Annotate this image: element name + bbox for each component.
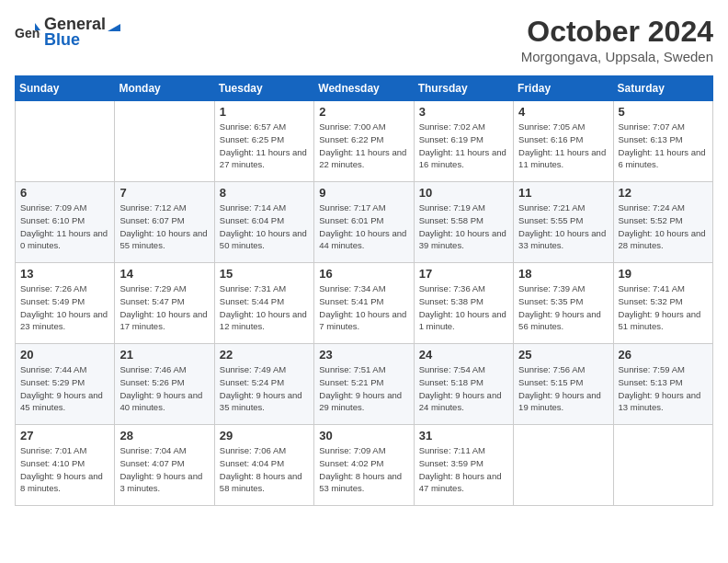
day-number: 23	[319, 348, 408, 362]
day-info: Sunrise: 7:17 AMSunset: 6:01 PMDaylight:…	[319, 201, 408, 252]
week-row-4: 20Sunrise: 7:44 AMSunset: 5:29 PMDayligh…	[16, 344, 713, 425]
day-info: Sunrise: 6:57 AMSunset: 6:25 PMDaylight:…	[220, 121, 309, 171]
day-info: Sunrise: 7:24 AMSunset: 5:52 PMDaylight:…	[619, 201, 708, 252]
day-info: Sunrise: 7:09 AMSunset: 4:02 PMDaylight:…	[319, 444, 408, 495]
day-number: 12	[619, 186, 708, 200]
calendar-cell	[16, 101, 115, 182]
day-number: 18	[518, 267, 608, 281]
calendar-cell: 14Sunrise: 7:29 AMSunset: 5:47 PMDayligh…	[115, 263, 214, 344]
calendar-cell: 8Sunrise: 7:14 AMSunset: 6:04 PMDaylight…	[214, 182, 313, 263]
calendar-cell: 31Sunrise: 7:11 AMSunset: 3:59 PMDayligh…	[414, 425, 513, 506]
day-info: Sunrise: 7:12 AMSunset: 6:07 PMDaylight:…	[119, 201, 209, 252]
calendar-cell: 9Sunrise: 7:17 AMSunset: 6:01 PMDaylight…	[314, 182, 414, 263]
days-header-row: SundayMondayTuesdayWednesdayThursdayFrid…	[16, 76, 713, 101]
day-info: Sunrise: 7:09 AMSunset: 6:10 PMDaylight:…	[20, 201, 109, 252]
day-info: Sunrise: 7:19 AMSunset: 5:58 PMDaylight:…	[419, 201, 508, 252]
day-info: Sunrise: 7:39 AMSunset: 5:35 PMDaylight:…	[518, 282, 608, 333]
day-info: Sunrise: 7:59 AMSunset: 5:13 PMDaylight:…	[619, 363, 708, 414]
calendar-cell: 2Sunrise: 7:00 AMSunset: 6:22 PMDaylight…	[314, 101, 414, 182]
day-info: Sunrise: 7:26 AMSunset: 5:49 PMDaylight:…	[20, 282, 109, 333]
day-number: 5	[619, 105, 708, 119]
calendar-cell: 1Sunrise: 6:57 AMSunset: 6:25 PMDaylight…	[214, 101, 313, 182]
calendar-cell: 21Sunrise: 7:46 AMSunset: 5:26 PMDayligh…	[115, 344, 214, 425]
day-info: Sunrise: 7:49 AMSunset: 5:24 PMDaylight:…	[220, 363, 309, 414]
day-info: Sunrise: 7:02 AMSunset: 6:19 PMDaylight:…	[419, 121, 508, 171]
day-info: Sunrise: 7:54 AMSunset: 5:18 PMDaylight:…	[419, 363, 508, 414]
day-info: Sunrise: 7:00 AMSunset: 6:22 PMDaylight:…	[319, 121, 408, 171]
calendar-cell: 10Sunrise: 7:19 AMSunset: 5:58 PMDayligh…	[414, 182, 513, 263]
calendar-cell: 25Sunrise: 7:56 AMSunset: 5:15 PMDayligh…	[514, 344, 613, 425]
calendar-cell: 5Sunrise: 7:07 AMSunset: 6:13 PMDaylight…	[613, 101, 712, 182]
day-info: Sunrise: 7:04 AMSunset: 4:07 PMDaylight:…	[119, 444, 209, 495]
calendar-cell: 12Sunrise: 7:24 AMSunset: 5:52 PMDayligh…	[613, 182, 712, 263]
calendar-cell: 29Sunrise: 7:06 AMSunset: 4:04 PMDayligh…	[214, 425, 313, 506]
calendar-cell: 4Sunrise: 7:05 AMSunset: 6:16 PMDaylight…	[514, 101, 613, 182]
week-row-3: 13Sunrise: 7:26 AMSunset: 5:49 PMDayligh…	[16, 263, 713, 344]
month-title: October 2024	[521, 15, 713, 49]
day-info: Sunrise: 7:06 AMSunset: 4:04 PMDaylight:…	[220, 444, 309, 495]
day-header-thursday: Thursday	[414, 76, 513, 101]
day-number: 25	[518, 348, 608, 362]
day-number: 14	[119, 267, 209, 281]
day-info: Sunrise: 7:14 AMSunset: 6:04 PMDaylight:…	[220, 201, 309, 252]
calendar-cell	[514, 425, 613, 506]
day-number: 19	[619, 267, 708, 281]
day-header-wednesday: Wednesday	[314, 76, 414, 101]
day-info: Sunrise: 7:41 AMSunset: 5:32 PMDaylight:…	[619, 282, 708, 333]
day-number: 22	[220, 348, 309, 362]
calendar-cell: 19Sunrise: 7:41 AMSunset: 5:32 PMDayligh…	[613, 263, 712, 344]
calendar-cell	[613, 425, 712, 506]
calendar-cell: 16Sunrise: 7:34 AMSunset: 5:41 PMDayligh…	[314, 263, 414, 344]
day-number: 26	[619, 348, 708, 362]
day-info: Sunrise: 7:29 AMSunset: 5:47 PMDaylight:…	[119, 282, 209, 333]
day-header-tuesday: Tuesday	[214, 76, 313, 101]
day-number: 1	[220, 105, 309, 119]
day-info: Sunrise: 7:05 AMSunset: 6:16 PMDaylight:…	[518, 121, 608, 171]
day-number: 24	[419, 348, 508, 362]
day-number: 21	[119, 348, 209, 362]
calendar-cell: 7Sunrise: 7:12 AMSunset: 6:07 PMDaylight…	[115, 182, 214, 263]
logo-icon: General	[15, 19, 40, 45]
calendar-cell: 18Sunrise: 7:39 AMSunset: 5:35 PMDayligh…	[514, 263, 613, 344]
logo-triangle	[106, 17, 122, 33]
day-number: 15	[220, 267, 309, 281]
day-number: 2	[319, 105, 408, 119]
calendar-cell: 17Sunrise: 7:36 AMSunset: 5:38 PMDayligh…	[414, 263, 513, 344]
week-row-1: 1Sunrise: 6:57 AMSunset: 6:25 PMDaylight…	[16, 101, 713, 182]
day-number: 11	[518, 186, 608, 200]
day-header-friday: Friday	[514, 76, 613, 101]
day-info: Sunrise: 7:31 AMSunset: 5:44 PMDaylight:…	[220, 282, 309, 333]
day-number: 29	[220, 429, 309, 442]
calendar-cell: 30Sunrise: 7:09 AMSunset: 4:02 PMDayligh…	[314, 425, 414, 506]
day-info: Sunrise: 7:46 AMSunset: 5:26 PMDaylight:…	[119, 363, 209, 414]
calendar-cell: 22Sunrise: 7:49 AMSunset: 5:24 PMDayligh…	[214, 344, 313, 425]
calendar-cell	[115, 101, 214, 182]
day-info: Sunrise: 7:56 AMSunset: 5:15 PMDaylight:…	[518, 363, 608, 414]
calendar-cell: 20Sunrise: 7:44 AMSunset: 5:29 PMDayligh…	[16, 344, 115, 425]
calendar-cell: 24Sunrise: 7:54 AMSunset: 5:18 PMDayligh…	[414, 344, 513, 425]
calendar-cell: 11Sunrise: 7:21 AMSunset: 5:55 PMDayligh…	[514, 182, 613, 263]
day-number: 31	[419, 429, 508, 442]
day-number: 13	[20, 267, 109, 281]
title-block: October 2024 Morgongava, Uppsala, Sweden	[521, 15, 713, 64]
calendar-cell: 23Sunrise: 7:51 AMSunset: 5:21 PMDayligh…	[314, 344, 414, 425]
page-header: General General Blue October 2024 Morgon…	[15, 15, 713, 64]
logo: General General Blue	[15, 15, 122, 50]
calendar-cell: 27Sunrise: 7:01 AMSunset: 4:10 PMDayligh…	[16, 425, 115, 506]
day-number: 30	[319, 429, 408, 442]
location-subtitle: Morgongava, Uppsala, Sweden	[521, 49, 713, 64]
day-number: 10	[419, 186, 508, 200]
day-number: 27	[20, 429, 109, 442]
day-number: 17	[419, 267, 508, 281]
calendar-table: SundayMondayTuesdayWednesdayThursdayFrid…	[15, 75, 713, 506]
day-info: Sunrise: 7:34 AMSunset: 5:41 PMDaylight:…	[319, 282, 408, 333]
day-number: 9	[319, 186, 408, 200]
calendar-cell: 26Sunrise: 7:59 AMSunset: 5:13 PMDayligh…	[613, 344, 712, 425]
calendar-cell: 3Sunrise: 7:02 AMSunset: 6:19 PMDaylight…	[414, 101, 513, 182]
day-info: Sunrise: 7:44 AMSunset: 5:29 PMDaylight:…	[20, 363, 109, 414]
day-number: 7	[119, 186, 209, 200]
week-row-2: 6Sunrise: 7:09 AMSunset: 6:10 PMDaylight…	[16, 182, 713, 263]
day-info: Sunrise: 7:51 AMSunset: 5:21 PMDaylight:…	[319, 363, 408, 414]
day-number: 4	[518, 105, 608, 119]
day-info: Sunrise: 7:21 AMSunset: 5:55 PMDaylight:…	[518, 201, 608, 252]
